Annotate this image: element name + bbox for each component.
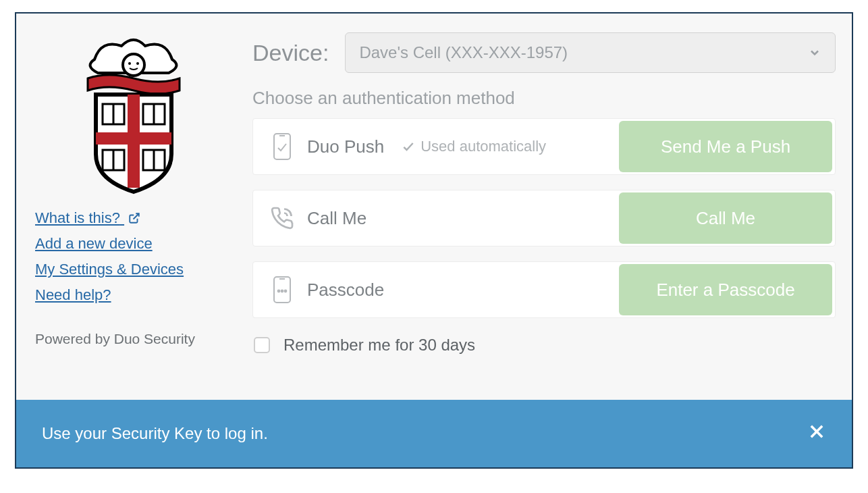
- device-row: Device: Dave's Cell (XXX-XXX-1957): [252, 32, 836, 73]
- method-passcode: Passcode Enter a Passcode: [252, 261, 836, 318]
- svg-point-0: [123, 54, 144, 76]
- security-key-banner: Use your Security Key to log in.: [16, 400, 852, 467]
- note-text: Used automatically: [421, 138, 546, 155]
- link-label: What is this?: [35, 209, 120, 226]
- device-select[interactable]: Dave's Cell (XXX-XXX-1957): [345, 32, 836, 73]
- device-label: Device:: [252, 40, 329, 66]
- svg-point-15: [281, 290, 283, 292]
- org-logo: [35, 32, 231, 201]
- sidebar-links: What is this? Add a new device My Settin…: [35, 201, 231, 308]
- method-label: Call Me: [307, 208, 367, 229]
- powered-by: Powered by Duo Security: [35, 331, 231, 347]
- check-icon: [402, 140, 415, 153]
- instruction-text: Choose an authentication method: [252, 88, 836, 109]
- chevron-down-icon: [808, 46, 821, 59]
- svg-point-14: [278, 290, 280, 292]
- method-call: Call Me Call Me: [252, 190, 836, 246]
- call-me-button[interactable]: Call Me: [619, 192, 832, 244]
- link-what-is-this[interactable]: What is this?: [35, 209, 140, 227]
- link-need-help[interactable]: Need help?: [35, 286, 111, 304]
- crest-icon: [74, 32, 192, 194]
- svg-point-2: [136, 62, 139, 65]
- close-icon: [807, 422, 826, 441]
- svg-point-1: [128, 62, 131, 65]
- svg-line-9: [134, 213, 139, 219]
- method-note: Used automatically: [402, 138, 546, 155]
- main-panel: Device: Dave's Cell (XXX-XXX-1957) Choos…: [238, 32, 836, 388]
- remember-row: Remember me for 30 days: [252, 336, 836, 355]
- sidebar: What is this? Add a new device My Settin…: [35, 32, 238, 388]
- remember-checkbox[interactable]: [254, 337, 270, 353]
- phone-check-icon: [268, 132, 296, 161]
- enter-passcode-button[interactable]: Enter a Passcode: [619, 264, 832, 315]
- method-label: Duo Push: [307, 136, 384, 157]
- content-area: What is this? Add a new device My Settin…: [16, 14, 852, 400]
- phone-code-icon: [268, 275, 296, 305]
- method-label: Passcode: [307, 280, 384, 301]
- link-settings[interactable]: My Settings & Devices: [35, 261, 184, 278]
- svg-point-16: [285, 290, 287, 292]
- svg-rect-4: [96, 132, 171, 145]
- banner-message: Use your Security Key to log in.: [42, 424, 268, 443]
- remember-label: Remember me for 30 days: [283, 336, 475, 355]
- duo-prompt-frame: What is this? Add a new device My Settin…: [15, 12, 853, 469]
- method-push: Duo Push Used automatically Send Me a Pu…: [252, 118, 836, 175]
- device-selected-value: Dave's Cell (XXX-XXX-1957): [359, 43, 568, 62]
- svg-rect-10: [274, 134, 290, 159]
- phone-call-icon: [268, 206, 296, 230]
- external-link-icon: [128, 212, 140, 224]
- link-add-device[interactable]: Add a new device: [35, 235, 153, 253]
- banner-close-button[interactable]: [807, 422, 826, 445]
- send-push-button[interactable]: Send Me a Push: [619, 121, 832, 172]
